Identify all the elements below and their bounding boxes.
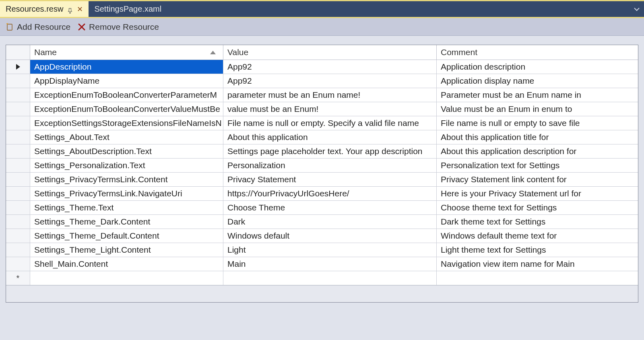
cell-value[interactable] — [223, 271, 437, 285]
column-header-label: Value — [227, 47, 248, 57]
cell-value[interactable]: Windows default — [223, 229, 437, 243]
cell-name[interactable]: ExceptionEnumToBooleanConverterParameter… — [30, 88, 223, 102]
pin-icon[interactable] — [67, 6, 73, 12]
cell-comment[interactable]: Privacy Statement link content for — [437, 173, 638, 186]
row-gutter — [6, 201, 30, 214]
column-header-name[interactable]: Name — [30, 45, 223, 60]
table-row[interactable]: Settings_Theme_Default.ContentWindows de… — [6, 229, 638, 243]
table-row[interactable]: Settings_Theme_Dark.ContentDarkDark them… — [6, 215, 638, 229]
row-gutter — [6, 159, 30, 172]
cell-name[interactable]: Settings_Theme_Default.Content — [30, 229, 223, 243]
cell-value[interactable]: Settings page placeholder text. Your app… — [223, 144, 437, 158]
new-row[interactable]: * — [6, 271, 638, 285]
cell-name[interactable]: Settings_About.Text — [30, 130, 223, 144]
cell-name[interactable]: Settings_PrivacyTermsLink.Content — [30, 173, 223, 186]
cell-name[interactable]: Settings_AboutDescription.Text — [30, 144, 223, 158]
row-gutter — [6, 215, 30, 229]
cell-comment[interactable]: Light theme text for Settings — [437, 243, 638, 257]
table-row[interactable]: Settings_PrivacyTermsLink.ContentPrivacy… — [6, 173, 638, 187]
cell-value[interactable]: App92 — [223, 74, 437, 88]
content-area: Name Value Comment AppDescriptionApp92Ap… — [0, 36, 644, 340]
cell-comment[interactable]: Choose theme text for Settings — [437, 201, 638, 214]
remove-resource-icon — [78, 23, 86, 31]
cell-name[interactable]: Settings_Theme_Dark.Content — [30, 215, 223, 229]
cell-value[interactable]: Dark — [223, 215, 437, 229]
row-gutter — [6, 130, 30, 144]
cell-value[interactable]: https://YourPrivacyUrlGoesHere/ — [223, 187, 437, 200]
table-row[interactable]: Settings_About.TextAbout this applicatio… — [6, 130, 638, 144]
close-icon[interactable]: ✕ — [77, 6, 83, 13]
tab-resources-resw[interactable]: Resources.resw ✕ — [0, 1, 89, 17]
remove-resource-button[interactable]: Remove Resource — [78, 22, 159, 32]
cell-comment[interactable]: Here is your Privacy Statement url for — [437, 187, 638, 200]
toolbar: Add Resource Remove Resource — [0, 18, 644, 36]
cell-comment[interactable]: Application description — [437, 60, 638, 74]
cell-name[interactable]: Shell_Main.Content — [30, 257, 223, 271]
row-gutter — [6, 243, 30, 257]
row-gutter — [6, 116, 30, 130]
tab-settingspage-xaml[interactable]: SettingsPage.xaml — [89, 1, 167, 17]
sort-ascending-icon — [210, 51, 216, 54]
cell-name[interactable]: Settings_PrivacyTermsLink.NavigateUri — [30, 187, 223, 200]
cell-name[interactable]: Settings_Theme_Light.Content — [30, 243, 223, 257]
remove-resource-label: Remove Resource — [89, 22, 159, 32]
table-row[interactable]: AppDisplayNameApp92Application display n… — [6, 74, 638, 88]
header-gutter — [6, 45, 30, 60]
table-row[interactable]: Shell_Main.ContentMainNavigation view it… — [6, 257, 638, 271]
cell-name[interactable]: ExceptionSettingsStorageExtensionsFileNa… — [30, 116, 223, 130]
cell-value[interactable]: Choose Theme — [223, 201, 437, 214]
table-row[interactable]: ExceptionSettingsStorageExtensionsFileNa… — [6, 116, 638, 130]
add-resource-icon — [6, 23, 14, 31]
tab-strip: Resources.resw ✕ SettingsPage.xaml — [0, 0, 644, 17]
cell-value[interactable]: value must be an Enum! — [223, 102, 437, 116]
row-gutter — [6, 88, 30, 102]
cell-value[interactable]: Light — [223, 243, 437, 257]
table-row[interactable]: Settings_Theme_Light.ContentLightLight t… — [6, 243, 638, 257]
row-gutter — [6, 187, 30, 200]
column-header-comment[interactable]: Comment — [437, 45, 638, 60]
cell-value[interactable]: About this application — [223, 130, 437, 144]
cell-name[interactable] — [30, 271, 223, 285]
cell-value[interactable]: Main — [223, 257, 437, 271]
tab-label: Resources.resw — [6, 4, 63, 14]
cell-comment[interactable]: Value must be an Enum in enum to — [437, 102, 638, 116]
cell-name[interactable]: Settings_Theme.Text — [30, 201, 223, 214]
cell-comment[interactable]: Windows default theme text for — [437, 229, 638, 243]
cell-comment[interactable]: About this application title for — [437, 130, 638, 144]
cell-comment[interactable]: Navigation view item name for Main — [437, 257, 638, 271]
cell-comment[interactable] — [437, 271, 638, 285]
grid-header: Name Value Comment — [6, 45, 638, 60]
cell-comment[interactable]: File name is null or empty to save file — [437, 116, 638, 130]
cell-name[interactable]: AppDisplayName — [30, 74, 223, 88]
cell-comment[interactable]: Personalization text for Settings — [437, 159, 638, 172]
table-row[interactable]: Settings_Personalization.TextPersonaliza… — [6, 159, 638, 173]
cell-name[interactable]: ExceptionEnumToBooleanConverterValueMust… — [30, 102, 223, 116]
tab-overflow-dropdown[interactable] — [630, 1, 644, 17]
cell-value[interactable]: Personalization — [223, 159, 437, 172]
cell-value[interactable]: Privacy Statement — [223, 173, 437, 186]
table-row[interactable]: Settings_Theme.TextChoose ThemeChoose th… — [6, 201, 638, 215]
cell-name[interactable]: Settings_Personalization.Text — [30, 159, 223, 172]
cell-comment[interactable]: Application display name — [437, 74, 638, 88]
svg-rect-0 — [7, 24, 12, 30]
cell-comment[interactable]: About this application description for — [437, 144, 638, 158]
cell-value[interactable]: File name is null or empty. Specify a va… — [223, 116, 437, 130]
table-row[interactable]: AppDescriptionApp92Application descripti… — [6, 60, 638, 74]
row-gutter: * — [6, 271, 30, 285]
table-row[interactable]: ExceptionEnumToBooleanConverterValueMust… — [6, 102, 638, 116]
cell-value[interactable]: App92 — [223, 60, 437, 74]
new-row-icon: * — [17, 274, 20, 283]
resource-grid[interactable]: Name Value Comment AppDescriptionApp92Ap… — [6, 45, 638, 303]
cell-comment[interactable]: Dark theme text for Settings — [437, 215, 638, 229]
add-resource-button[interactable]: Add Resource — [6, 22, 70, 32]
table-row[interactable]: ExceptionEnumToBooleanConverterParameter… — [6, 88, 638, 102]
grid-footer — [6, 285, 638, 302]
row-gutter — [6, 74, 30, 88]
row-gutter — [6, 60, 30, 74]
table-row[interactable]: Settings_AboutDescription.TextSettings p… — [6, 144, 638, 159]
cell-name[interactable]: AppDescription — [30, 60, 223, 74]
column-header-value[interactable]: Value — [223, 45, 437, 60]
cell-comment[interactable]: Parameter must be an Enum name in — [437, 88, 638, 102]
cell-value[interactable]: parameter must be an Enum name! — [223, 88, 437, 102]
table-row[interactable]: Settings_PrivacyTermsLink.NavigateUrihtt… — [6, 187, 638, 201]
